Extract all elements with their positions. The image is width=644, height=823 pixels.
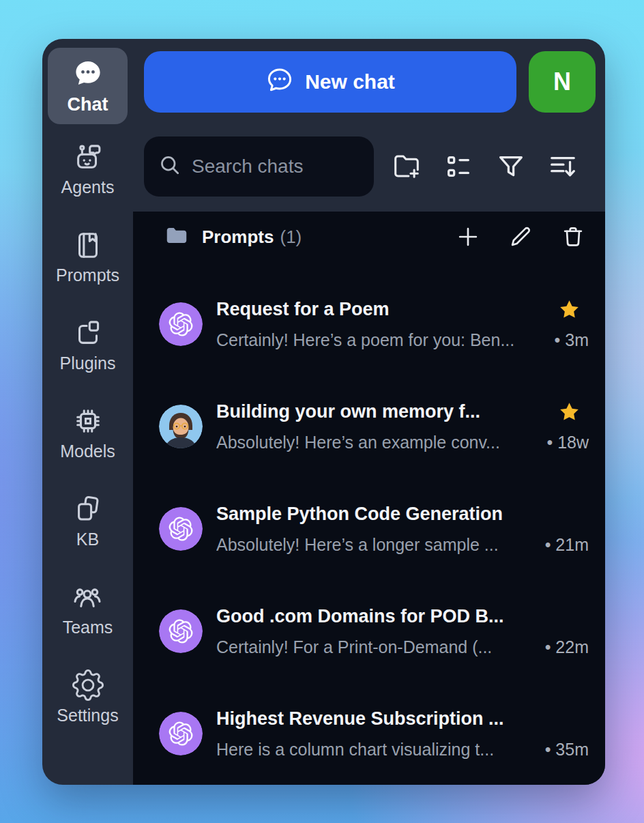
sidebar-item-models[interactable]: Models [60,405,115,461]
openai-avatar [159,712,203,755]
folder-row-prompts[interactable]: Prompts (1) [133,216,605,258]
chat-preview: Certainly! Here’s a poem for you: Ben... [216,330,545,350]
chat-list-item[interactable]: Highest Revenue Subscription ... Here is… [133,682,605,785]
header: New chat N [133,39,605,197]
gear-icon [72,669,104,701]
add-chat-button[interactable] [451,220,485,254]
openai-avatar [159,302,203,346]
sidebar-item-label: Teams [63,618,113,637]
sidebar-item-kb[interactable]: KB [72,493,104,549]
add-folder-button[interactable] [387,147,426,186]
folder-count: (1) [280,227,302,248]
chat-bubble-icon [72,57,104,91]
sidebar-item-label: Models [60,442,115,461]
sidebar-item-label: KB [76,530,99,549]
chat-title: Good .com Domains for POD B... [216,606,550,627]
new-chat-label: New chat [305,70,395,93]
openai-avatar [159,507,203,551]
notebook-bookmark-icon [72,229,104,261]
chat-list-item[interactable]: Request for a Poem Certainly! Here’s a p… [133,273,605,375]
cpu-chip-icon [72,405,104,437]
sidebar-item-label: Chat [68,94,108,115]
chat-preview: Absolutely! Here’s a longer sample ... [216,535,536,555]
sort-button[interactable] [543,147,583,186]
delete-folder-button[interactable] [556,220,590,254]
folder-icon [164,222,190,251]
people-group-icon [72,581,103,613]
star-icon[interactable] [558,298,581,321]
chat-preview: Absolutely! Here’s an example conv... [216,433,537,452]
sidebar-item-plugins[interactable]: Plugins [60,317,116,373]
chat-list-item[interactable]: Building your own memory f... Absolutely… [133,375,605,478]
sidebar-item-agents[interactable]: Agents [61,141,115,197]
star-icon[interactable] [558,401,581,423]
chat-title: Highest Revenue Subscription ... [216,708,550,730]
sidebar: Chat Agents [42,39,133,785]
app-window: Chat Agents [42,39,605,785]
sidebar-item-teams[interactable]: Teams [63,581,113,637]
robot-agent-icon [72,141,104,173]
openai-avatar [159,609,203,653]
chat-time: • 18w [546,433,589,452]
sidebar-item-settings[interactable]: Settings [57,669,118,725]
bulk-select-button[interactable] [439,147,478,186]
new-chat-button[interactable]: New chat [144,51,516,113]
filter-button[interactable] [491,147,531,186]
chat-title: Request for a Poem [216,299,550,320]
sidebar-item-label: Prompts [56,265,119,285]
blocks-icon [72,317,104,349]
user-avatar [159,405,203,448]
chat-time: • 21m [545,535,589,555]
chat-list: Prompts (1) [133,212,605,785]
search-icon [158,153,182,180]
sidebar-item-label: Agents [61,177,115,197]
content-panel: New chat N [133,39,605,785]
sidebar-item-chat[interactable]: Chat [48,48,128,124]
chat-list-item[interactable]: Sample Python Code Generation Absolutely… [133,478,605,580]
chat-list-item[interactable]: Good .com Domains for POD B... Certainly… [133,580,605,682]
edit-folder-button[interactable] [503,220,538,254]
chat-time: • 22m [545,637,589,657]
chat-time: • 3m [555,330,589,350]
search-bar [144,136,374,197]
chat-bubble-outline-icon [265,66,294,99]
folder-name: Prompts [202,227,274,248]
chat-preview: Certainly! For a Print-on-Demand (... [216,637,536,657]
stacked-files-icon [72,493,104,525]
chat-title: Building your own memory f... [216,401,550,422]
chat-preview: Here is a column chart visualizing t... [216,740,536,760]
profile-avatar-button[interactable]: N [529,51,596,113]
search-input[interactable] [192,156,360,177]
sidebar-item-label: Plugins [60,353,116,373]
chat-time: • 35m [545,740,589,760]
sidebar-item-label: Settings [57,706,118,725]
sidebar-item-prompts[interactable]: Prompts [56,229,119,285]
chat-title: Sample Python Code Generation [216,504,550,525]
